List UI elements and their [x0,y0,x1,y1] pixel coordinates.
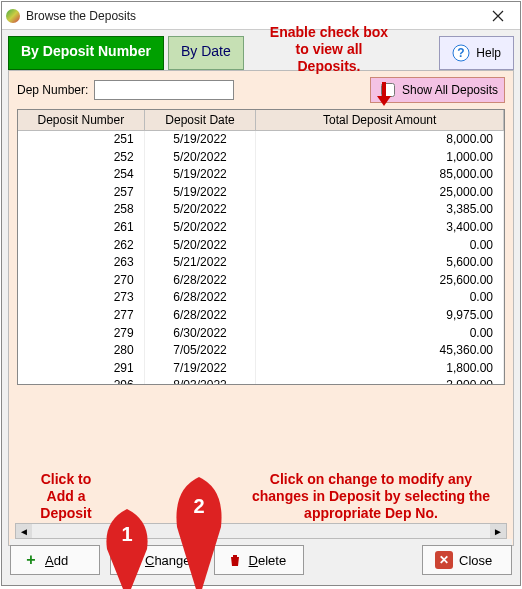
table-row[interactable]: 2615/20/20223,400.00 [18,219,504,237]
dep-number-input[interactable] [94,80,234,100]
add-button[interactable]: + Add [10,545,100,575]
change-label: Change [145,553,191,568]
cell-amount: 25,600.00 [256,272,504,290]
cell-deposit-date: 6/28/2022 [144,272,256,290]
cell-deposit-date: 7/05/2022 [144,342,256,360]
table-row[interactable]: 2807/05/202245,360.00 [18,342,504,360]
col-deposit-date[interactable]: Deposit Date [144,110,256,131]
table-row[interactable]: 2917/19/20221,800.00 [18,360,504,378]
close-button[interactable]: ✕ Close [422,545,512,575]
show-all-deposits-toggle[interactable]: Show All Deposits [370,77,505,103]
cell-amount: 8,000.00 [256,131,504,149]
cell-deposit-number: 252 [18,149,144,167]
cell-amount: 9,975.00 [256,307,504,325]
cell-deposit-number: 296 [18,377,144,385]
callout-change: Click on change to modify any changes in… [251,471,491,521]
cell-deposit-number: 277 [18,307,144,325]
cell-deposit-number: 279 [18,325,144,343]
titlebar: Browse the Deposits [2,2,520,30]
table-row[interactable]: 2525/20/20221,000.00 [18,149,504,167]
cell-amount: 0.00 [256,325,504,343]
close-label: Close [459,553,492,568]
table-row[interactable]: 2515/19/20228,000.00 [18,131,504,149]
show-all-label: Show All Deposits [402,83,498,97]
cell-amount: 3,400.00 [256,219,504,237]
cell-amount: 3,900.00 [256,377,504,385]
horizontal-scrollbar[interactable]: ◄ ► [15,523,507,539]
app-icon [6,9,20,23]
cell-deposit-date: 6/30/2022 [144,325,256,343]
cell-deposit-number: 262 [18,237,144,255]
cell-amount: 3,385.00 [256,201,504,219]
cell-deposit-date: 7/19/2022 [144,360,256,378]
table-row[interactable]: 2796/30/20220.00 [18,325,504,343]
table-row[interactable]: 2585/20/20223,385.00 [18,201,504,219]
cell-deposit-number: 251 [18,131,144,149]
window-close-button[interactable] [480,4,516,28]
cell-amount: 0.00 [256,289,504,307]
pencil-icon [123,552,139,568]
help-icon: ? [452,44,470,62]
cell-amount: 0.00 [256,237,504,255]
cell-deposit-date: 8/03/2022 [144,377,256,385]
cell-amount: 1,000.00 [256,149,504,167]
cell-amount: 45,360.00 [256,342,504,360]
cell-deposit-number: 280 [18,342,144,360]
cell-deposit-number: 258 [18,201,144,219]
svg-text:2: 2 [193,495,204,517]
cell-deposit-date: 5/20/2022 [144,201,256,219]
col-deposit-number[interactable]: Deposit Number [18,110,144,131]
deposits-grid[interactable]: Deposit Number Deposit Date Total Deposi… [17,109,505,385]
dep-number-label: Dep Number: [17,83,88,97]
cell-deposit-date: 5/21/2022 [144,254,256,272]
help-button[interactable]: ? Help [439,36,514,70]
cell-deposit-number: 270 [18,272,144,290]
cell-amount: 25,000.00 [256,184,504,202]
cell-deposit-date: 6/28/2022 [144,307,256,325]
scroll-left-arrow[interactable]: ◄ [16,524,32,538]
callout-add: Click to Add a Deposit [31,471,101,521]
cell-amount: 85,000.00 [256,166,504,184]
scroll-right-arrow[interactable]: ► [490,524,506,538]
table-row[interactable]: 2776/28/20229,975.00 [18,307,504,325]
cell-deposit-date: 6/28/2022 [144,289,256,307]
cell-deposit-number: 291 [18,360,144,378]
table-row[interactable]: 2625/20/20220.00 [18,237,504,255]
table-row[interactable]: 2706/28/202225,600.00 [18,272,504,290]
cell-deposit-number: 261 [18,219,144,237]
cell-amount: 5,600.00 [256,254,504,272]
table-row[interactable]: 2545/19/202285,000.00 [18,166,504,184]
cell-deposit-date: 5/20/2022 [144,149,256,167]
table-row[interactable]: 2968/03/20223,900.00 [18,377,504,385]
cell-deposit-date: 5/19/2022 [144,166,256,184]
help-label: Help [476,46,501,60]
col-total-amount[interactable]: Total Deposit Amount [256,110,504,131]
table-row[interactable]: 2736/28/20220.00 [18,289,504,307]
cell-deposit-date: 5/20/2022 [144,237,256,255]
close-icon [492,10,504,22]
cell-deposit-date: 5/19/2022 [144,184,256,202]
cell-deposit-date: 5/20/2022 [144,219,256,237]
table-row[interactable]: 2575/19/202225,000.00 [18,184,504,202]
close-x-icon: ✕ [435,551,453,569]
window-title: Browse the Deposits [26,9,480,23]
cell-deposit-number: 273 [18,289,144,307]
tab-by-date[interactable]: By Date [168,36,244,70]
cell-deposit-number: 257 [18,184,144,202]
cell-deposit-number: 263 [18,254,144,272]
add-label: Add [45,553,68,568]
cell-amount: 1,800.00 [256,360,504,378]
tab-by-deposit-number[interactable]: By Deposit Number [8,36,164,70]
svg-text:?: ? [458,46,465,60]
cell-deposit-date: 5/19/2022 [144,131,256,149]
plus-icon: + [23,552,39,568]
change-button[interactable]: Change [110,545,204,575]
cell-deposit-number: 254 [18,166,144,184]
trash-icon [227,552,243,568]
delete-label: Delete [249,553,287,568]
table-row[interactable]: 2635/21/20225,600.00 [18,254,504,272]
show-all-checkbox[interactable] [381,83,395,97]
delete-button[interactable]: Delete [214,545,304,575]
